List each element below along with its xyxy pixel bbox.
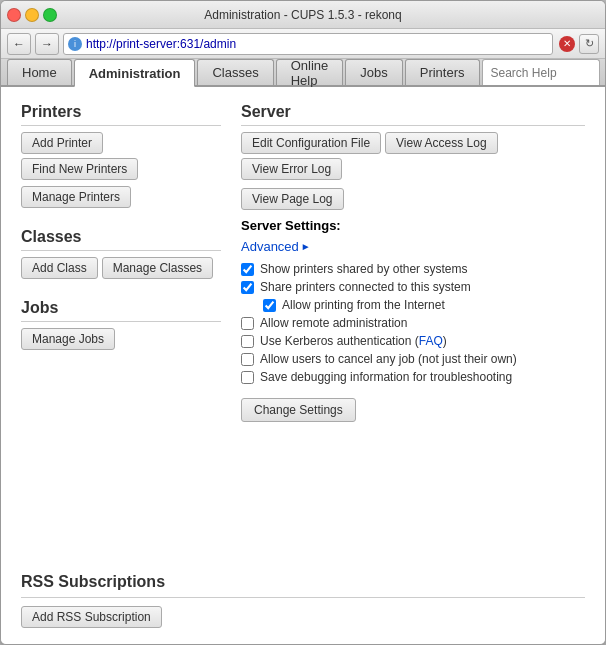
checkbox-shared-printers: Show printers shared by other systems (241, 262, 585, 276)
checkbox-allow-internet-label: Allow printing from the Internet (282, 298, 445, 312)
search-tab[interactable] (482, 59, 600, 85)
classes-title: Classes (21, 228, 221, 251)
checkbox-debug-info-input[interactable] (241, 371, 254, 384)
checkbox-debug-info: Save debugging information for troublesh… (241, 370, 585, 384)
manage-jobs-button[interactable]: Manage Jobs (21, 328, 115, 350)
view-access-log-button[interactable]: View Access Log (385, 132, 498, 154)
server-btn-group: Edit Configuration File View Access Log … (241, 132, 585, 180)
forward-button[interactable]: → (35, 33, 59, 55)
window-title: Administration - CUPS 1.5.3 - rekonq (204, 8, 401, 22)
right-panel: Server Edit Configuration File View Acce… (241, 103, 585, 547)
checkbox-cancel-any-job: Allow users to cancel any job (not just … (241, 352, 585, 366)
checkbox-remote-admin: Allow remote administration (241, 316, 585, 330)
checkbox-share-connected: Share printers connected to this system (241, 280, 585, 294)
view-page-log-button[interactable]: View Page Log (241, 188, 344, 210)
window-controls (7, 8, 57, 22)
advanced-label: Advanced (241, 239, 299, 254)
advanced-link[interactable]: Advanced ► (241, 239, 585, 254)
add-class-button[interactable]: Add Class (21, 257, 98, 279)
checkbox-debug-info-label: Save debugging information for troublesh… (260, 370, 512, 384)
checkbox-allow-internet: Allow printing from the Internet (241, 298, 585, 312)
printers-section: Printers Add Printer Find New Printers M… (21, 103, 221, 208)
toolbar: ← → i ✕ ↻ (1, 29, 605, 59)
printers-title: Printers (21, 103, 221, 126)
checkbox-shared-printers-input[interactable] (241, 263, 254, 276)
checkbox-kerberos-input[interactable] (241, 335, 254, 348)
browser-window: Administration - CUPS 1.5.3 - rekonq ← →… (0, 0, 606, 645)
rss-bottom-section: RSS Subscriptions Add RSS Subscription (1, 563, 605, 644)
page-icon: i (68, 37, 82, 51)
manage-printers-button[interactable]: Manage Printers (21, 186, 131, 208)
find-new-printers-button[interactable]: Find New Printers (21, 158, 138, 180)
faq-link[interactable]: FAQ (419, 334, 443, 348)
nav-tabs: Home Administration Classes Online Help … (1, 59, 605, 87)
add-printer-button[interactable]: Add Printer (21, 132, 103, 154)
tab-online-help[interactable]: Online Help (276, 59, 344, 85)
checkbox-cancel-any-job-label: Allow users to cancel any job (not just … (260, 352, 517, 366)
checkbox-kerberos: Use Kerberos authentication (FAQ) (241, 334, 585, 348)
checkbox-kerberos-label: Use Kerberos authentication (FAQ) (260, 334, 447, 348)
page-content: Printers Add Printer Find New Printers M… (1, 87, 605, 563)
settings-label: Server Settings: (241, 218, 585, 233)
manage-classes-button[interactable]: Manage Classes (102, 257, 213, 279)
classes-btn-group: Add Class Manage Classes (21, 257, 221, 279)
jobs-title: Jobs (21, 299, 221, 322)
tab-home[interactable]: Home (7, 59, 72, 85)
server-section: Server Edit Configuration File View Acce… (241, 103, 585, 422)
checkbox-shared-printers-label: Show printers shared by other systems (260, 262, 467, 276)
stop-button[interactable]: ✕ (559, 36, 575, 52)
view-error-log-button[interactable]: View Error Log (241, 158, 342, 180)
tab-administration[interactable]: Administration (74, 59, 196, 87)
tab-printers[interactable]: Printers (405, 59, 480, 85)
change-settings-button[interactable]: Change Settings (241, 398, 356, 422)
advanced-arrow-icon: ► (301, 241, 311, 252)
classes-section: Classes Add Class Manage Classes (21, 228, 221, 279)
reload-button[interactable]: ↻ (579, 34, 599, 54)
checkbox-remote-admin-input[interactable] (241, 317, 254, 330)
manage-printers-group: Manage Printers (21, 186, 221, 208)
printers-btn-group: Add Printer Find New Printers (21, 132, 221, 180)
jobs-btn-group: Manage Jobs (21, 328, 221, 350)
checkbox-allow-internet-input[interactable] (263, 299, 276, 312)
server-btn-group-2: View Page Log (241, 188, 585, 210)
jobs-section: Jobs Manage Jobs (21, 299, 221, 350)
checkbox-remote-admin-label: Allow remote administration (260, 316, 407, 330)
checkbox-cancel-any-job-input[interactable] (241, 353, 254, 366)
address-bar[interactable]: i (63, 33, 553, 55)
checkbox-share-connected-label: Share printers connected to this system (260, 280, 471, 294)
checkbox-share-connected-input[interactable] (241, 281, 254, 294)
search-input[interactable] (491, 66, 591, 80)
server-title: Server (241, 103, 585, 126)
close-button[interactable] (7, 8, 21, 22)
add-rss-subscription-button[interactable]: Add RSS Subscription (21, 606, 162, 628)
edit-config-button[interactable]: Edit Configuration File (241, 132, 381, 154)
rss-title: RSS Subscriptions (21, 563, 585, 598)
minimize-button[interactable] (25, 8, 39, 22)
url-input[interactable] (86, 37, 548, 51)
tab-classes[interactable]: Classes (197, 59, 273, 85)
title-bar: Administration - CUPS 1.5.3 - rekonq (1, 1, 605, 29)
back-button[interactable]: ← (7, 33, 31, 55)
left-panel: Printers Add Printer Find New Printers M… (21, 103, 221, 547)
maximize-button[interactable] (43, 8, 57, 22)
tab-jobs[interactable]: Jobs (345, 59, 402, 85)
